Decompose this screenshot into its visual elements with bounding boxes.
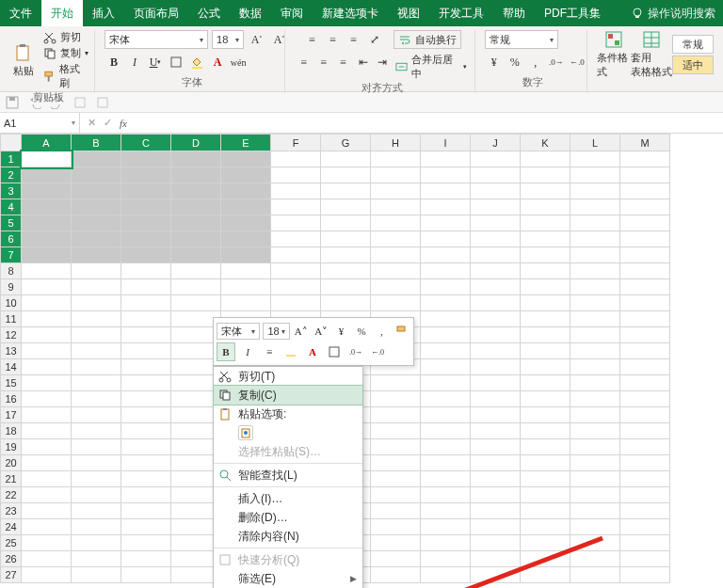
mini-increase-font[interactable]: A˄	[293, 322, 310, 341]
cell[interactable]	[121, 311, 171, 327]
cell[interactable]	[72, 519, 121, 535]
col-header[interactable]: H	[371, 135, 421, 151]
cell[interactable]	[221, 183, 271, 199]
cell[interactable]	[620, 167, 670, 183]
cell[interactable]	[570, 359, 620, 375]
mini-percent[interactable]: %	[353, 322, 370, 341]
copy-button[interactable]: 复制▾	[43, 46, 88, 60]
mini-font-color[interactable]: A	[303, 342, 322, 361]
cell[interactable]	[121, 551, 171, 567]
cell[interactable]	[521, 519, 570, 535]
cell[interactable]	[620, 215, 670, 231]
border-button[interactable]	[167, 53, 185, 72]
cell[interactable]	[620, 535, 670, 551]
cell[interactable]	[321, 263, 371, 279]
cell[interactable]	[620, 199, 670, 215]
col-header[interactable]: K	[521, 135, 570, 151]
row-header[interactable]: 2	[1, 167, 22, 183]
number-format-select[interactable]: 常规▾	[485, 30, 558, 49]
tell-me-search[interactable]: 操作说明搜索	[631, 0, 715, 26]
cell[interactable]	[421, 231, 471, 247]
cell[interactable]	[371, 519, 421, 535]
cell[interactable]	[620, 407, 670, 423]
cell[interactable]	[620, 471, 670, 487]
cell[interactable]	[371, 471, 421, 487]
mini-bold[interactable]: B	[217, 342, 235, 361]
col-header[interactable]: J	[471, 135, 521, 151]
cell[interactable]	[371, 279, 421, 295]
row-header[interactable]: 11	[1, 311, 22, 327]
cell[interactable]	[570, 423, 620, 439]
cell[interactable]	[570, 439, 620, 455]
row-header[interactable]: 5	[1, 215, 22, 231]
cell[interactable]	[171, 183, 221, 199]
cell[interactable]	[371, 263, 421, 279]
tab-custom[interactable]: 新建选项卡	[313, 0, 388, 26]
name-box[interactable]: A1▾	[0, 113, 80, 134]
cell[interactable]	[471, 151, 521, 167]
cell[interactable]	[421, 327, 471, 343]
cell[interactable]	[22, 343, 72, 359]
cell[interactable]	[72, 327, 121, 343]
cell[interactable]	[371, 183, 421, 199]
cell[interactable]	[570, 167, 620, 183]
cell[interactable]	[171, 151, 221, 167]
col-header[interactable]: G	[321, 135, 371, 151]
cell[interactable]	[22, 199, 72, 215]
cell[interactable]	[22, 295, 72, 311]
cell[interactable]	[72, 295, 121, 311]
cell[interactable]	[471, 199, 521, 215]
mini-font-select[interactable]: 宋体▾	[217, 323, 260, 340]
cell[interactable]	[371, 567, 421, 583]
cell[interactable]	[570, 231, 620, 247]
cell[interactable]	[371, 295, 421, 311]
cell[interactable]	[121, 519, 171, 535]
row-header[interactable]: 27	[1, 567, 22, 583]
cell[interactable]	[22, 439, 72, 455]
cell[interactable]	[22, 183, 72, 199]
cell[interactable]	[620, 423, 670, 439]
align-right-button[interactable]: ≡	[334, 53, 352, 72]
cell[interactable]	[421, 439, 471, 455]
cell[interactable]	[72, 279, 121, 295]
cell[interactable]	[570, 567, 620, 583]
cell[interactable]	[421, 535, 471, 551]
cell[interactable]	[570, 551, 620, 567]
cell[interactable]	[371, 391, 421, 407]
cell[interactable]	[421, 247, 471, 263]
cell[interactable]	[371, 199, 421, 215]
cell-style-fit[interactable]: 适中	[672, 56, 714, 74]
cell[interactable]	[121, 343, 171, 359]
cell[interactable]	[121, 439, 171, 455]
row-header[interactable]: 3	[1, 183, 22, 199]
cell[interactable]	[171, 167, 221, 183]
comma-format-button[interactable]: ,	[526, 53, 545, 72]
cell[interactable]	[72, 487, 121, 503]
cell[interactable]	[121, 487, 171, 503]
cell[interactable]	[471, 567, 521, 583]
cell[interactable]	[371, 455, 421, 471]
cell[interactable]	[620, 295, 670, 311]
select-all-cell[interactable]	[1, 135, 22, 151]
insert-function-icon[interactable]: fx	[120, 118, 127, 129]
cell[interactable]	[570, 471, 620, 487]
cell[interactable]	[570, 343, 620, 359]
cell[interactable]	[221, 151, 271, 167]
cell[interactable]	[221, 167, 271, 183]
row-header[interactable]: 16	[1, 391, 22, 407]
cell[interactable]	[570, 311, 620, 327]
cell[interactable]	[421, 343, 471, 359]
row-header[interactable]: 1	[1, 151, 22, 167]
tab-insert[interactable]: 插入	[83, 0, 124, 26]
ctx-smart-lookup[interactable]: 智能查找(L)	[214, 466, 362, 485]
row-header[interactable]: 23	[1, 503, 22, 519]
cell[interactable]	[521, 439, 570, 455]
cell[interactable]	[471, 279, 521, 295]
row-header[interactable]: 14	[1, 359, 22, 375]
row-header[interactable]: 9	[1, 279, 22, 295]
cell[interactable]	[521, 327, 570, 343]
row-header[interactable]: 6	[1, 231, 22, 247]
cell[interactable]	[521, 183, 570, 199]
row-header[interactable]: 15	[1, 375, 22, 391]
cell[interactable]	[72, 263, 121, 279]
